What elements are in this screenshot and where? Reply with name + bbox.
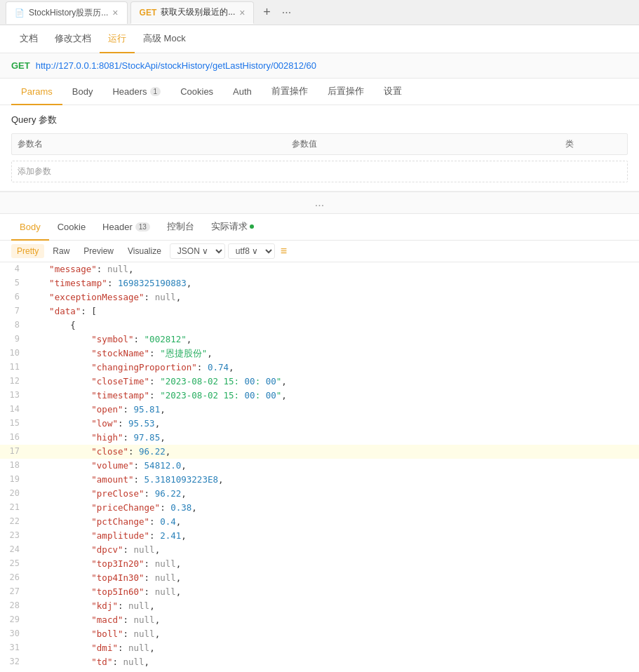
json-line-28: 28 "kdj": null, [0, 599, 639, 613]
line-content-15: "low": 95.53, [28, 417, 633, 431]
json-line-12: 12 "closeTime": "2023-08-02 15: 00: 00", [0, 375, 639, 389]
line-content-14: "open": 95.81, [28, 403, 633, 417]
tab-stock-history[interactable]: 📄 StockHistory股票历... × [6, 1, 128, 24]
close-tab-stock-history[interactable]: × [112, 7, 118, 18]
line-number-10: 10 [6, 347, 28, 361]
resp-tab-console-label: 控制台 [167, 220, 194, 233]
tab-settings[interactable]: 设置 [374, 79, 412, 105]
file-icon: 📄 [15, 8, 25, 18]
line-content-7: "data": [ [28, 304, 633, 318]
json-line-8: 8 { [0, 318, 639, 332]
more-tabs-button[interactable]: ··· [276, 3, 296, 22]
nav-advanced-mock[interactable]: 高级 Mock [135, 25, 194, 53]
line-number-11: 11 [6, 361, 28, 375]
resp-tab-header[interactable]: Header 13 [94, 214, 159, 241]
json-line-4: 4 "message": null, [0, 262, 639, 276]
json-line-31: 31 "dmi": null, [0, 641, 639, 655]
line-content-18: "volume": 54812.0, [28, 459, 633, 473]
tab-headers[interactable]: Headers 1 [102, 79, 170, 105]
tab-params-label: Params [21, 86, 53, 97]
format-select[interactable]: JSON ∨ [170, 243, 225, 259]
line-number-5: 5 [6, 276, 28, 290]
add-param-row[interactable]: 添加参数 [11, 161, 628, 182]
resp-tab-body[interactable]: Body [11, 214, 49, 241]
line-number-22: 22 [6, 515, 28, 529]
tab-post-action[interactable]: 后置操作 [318, 79, 374, 105]
line-number-26: 26 [6, 571, 28, 585]
nav-docs[interactable]: 文档 [11, 25, 46, 53]
json-line-10: 10 "stockName": "恩捷股份", [0, 347, 639, 361]
line-number-25: 25 [6, 557, 28, 571]
close-tab-get-request[interactable]: × [239, 7, 245, 18]
line-number-24: 24 [6, 543, 28, 557]
line-content-19: "amount": 5.3181093223E8, [28, 473, 633, 487]
resp-header-badge: 13 [135, 222, 150, 231]
tab-method-badge: GET [140, 8, 157, 18]
nav-run[interactable]: 运行 [100, 25, 135, 53]
json-line-21: 21 "priceChange": 0.38, [0, 501, 639, 515]
json-line-22: 22 "pctChange": 0.4, [0, 515, 639, 529]
line-number-27: 27 [6, 585, 28, 599]
encoding-select[interactable]: utf8 ∨ [228, 243, 275, 259]
tab-body[interactable]: Body [62, 79, 103, 105]
nav-edit-docs[interactable]: 修改文档 [46, 25, 100, 53]
line-number-15: 15 [6, 417, 28, 431]
line-number-7: 7 [6, 304, 28, 318]
json-line-26: 26 "top4In30": null, [0, 571, 639, 585]
json-line-33: 33 "cci14": null, [0, 669, 639, 672]
resp-tab-cookie-label: Cookie [58, 222, 86, 232]
line-number-19: 19 [6, 473, 28, 487]
line-content-9: "symbol": "002812", [28, 332, 633, 347]
col-param-type: 类 [565, 138, 621, 150]
tab-stock-history-title: StockHistory股票历... [29, 7, 108, 19]
fmt-raw-btn[interactable]: Raw [47, 244, 75, 258]
line-content-29: "macd": null, [28, 613, 633, 627]
request-url[interactable]: http://127.0.0.1:8081/StockApi/stockHist… [36, 60, 316, 71]
resp-tab-actual-request[interactable]: 实际请求 [203, 214, 262, 241]
tab-cookies-label: Cookies [180, 86, 213, 97]
resp-tab-console[interactable]: 控制台 [159, 214, 203, 241]
tab-auth[interactable]: Auth [223, 79, 262, 105]
query-params-section: Query 参数 参数名 参数值 类 添加参数 [0, 105, 639, 191]
line-content-20: "preClose": 96.22, [28, 487, 633, 501]
line-number-21: 21 [6, 501, 28, 515]
fmt-visualize-btn[interactable]: Visualize [122, 244, 167, 258]
line-number-33: 33 [6, 669, 28, 672]
tab-params[interactable]: Params [11, 79, 62, 105]
line-content-23: "amplitude": 2.41, [28, 529, 633, 543]
params-table-header: 参数名 参数值 类 [11, 133, 628, 155]
tab-pre-action[interactable]: 前置操作 [262, 79, 318, 105]
tab-headers-label: Headers [112, 86, 147, 97]
tab-cookies[interactable]: Cookies [170, 79, 223, 105]
fmt-pretty-btn[interactable]: Pretty [11, 244, 44, 258]
line-number-13: 13 [6, 389, 28, 403]
line-content-13: "timestamp": "2023-08-02 15: 00: 00", [28, 389, 633, 403]
json-line-11: 11 "changingProportion": 0.74, [0, 361, 639, 375]
request-tabs: Params Body Headers 1 Cookies Auth 前置操作 … [0, 79, 639, 105]
line-number-23: 23 [6, 529, 28, 543]
tab-post-action-label: 后置操作 [328, 85, 364, 98]
line-content-22: "pctChange": 0.4, [28, 515, 633, 529]
tab-body-label: Body [72, 86, 93, 97]
resp-tab-cookie[interactable]: Cookie [49, 214, 94, 241]
fmt-preview-btn[interactable]: Preview [78, 244, 119, 258]
json-line-23: 23 "amplitude": 2.41, [0, 529, 639, 543]
filter-icon[interactable]: ≡ [281, 245, 287, 257]
browser-tab-bar: 📄 StockHistory股票历... × GET 获取天级别最近的... ×… [0, 0, 639, 25]
line-number-32: 32 [6, 655, 28, 669]
line-content-10: "stockName": "恩捷股份", [28, 347, 633, 361]
add-tab-button[interactable]: + [257, 3, 276, 22]
line-number-29: 29 [6, 613, 28, 627]
line-number-30: 30 [6, 627, 28, 641]
resp-tab-header-label: Header [102, 222, 133, 232]
col-param-name: 参数名 [18, 138, 286, 150]
tab-get-request[interactable]: GET 获取天级别最近的... × [130, 1, 255, 24]
json-line-18: 18 "volume": 54812.0, [0, 459, 639, 473]
line-number-18: 18 [6, 459, 28, 473]
line-number-20: 20 [6, 487, 28, 501]
line-number-8: 8 [6, 318, 28, 332]
line-number-9: 9 [6, 332, 28, 347]
line-content-21: "priceChange": 0.38, [28, 501, 633, 515]
line-number-17: 17 [6, 445, 28, 459]
json-line-16: 16 "high": 97.85, [0, 431, 639, 445]
